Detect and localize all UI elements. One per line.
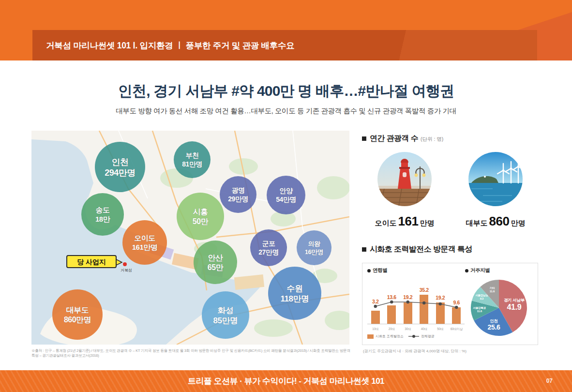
visitor-traits-heading: 시화호 조력발전소 방문객 특성	[362, 244, 472, 255]
map-bubble-송도: 송도18만	[81, 193, 124, 236]
bubble-value: 16만명	[305, 248, 323, 256]
pie-slice-value: 25.6	[488, 323, 501, 331]
bar-value-label: 3.2	[367, 299, 384, 304]
daebudo-number: 860	[489, 214, 510, 229]
map-bubble-군포: 군포27만명	[250, 229, 287, 266]
daebudo-turbines-illustration	[468, 152, 523, 206]
x-axis-label: 60대이상	[449, 327, 465, 332]
pie-slice-label: 서울강북권	[473, 306, 486, 310]
map-canvas: 인천294만명부천81만명광명29만명안양54만명송도18만시흥50만오이도16…	[31, 131, 349, 345]
bar-value-label: 19.2	[432, 295, 449, 301]
oido-number: 161	[398, 214, 419, 229]
dot-bullet-icon	[465, 269, 468, 272]
bubble-name: 시흥	[193, 208, 208, 216]
bar	[452, 307, 461, 324]
presentation-slide: 거북섬 마리나썬셋 101 Ⅰ. 입지환경 ㅣ 풍부한 주거 및 관광 배후수요…	[0, 0, 572, 392]
pie-chart-title: 거주지별	[465, 267, 533, 274]
bar-chart-legend: 시화호 조력발전소 전체평균	[367, 334, 465, 339]
age-bar-chart: 연령별 10대3.220대13.630대19.240대35.250대19.260…	[367, 267, 465, 342]
bar	[420, 295, 428, 324]
bubble-value: 860만명	[64, 316, 91, 324]
daebudo-name: 대부도	[466, 219, 488, 228]
bubble-name: 부천	[186, 151, 199, 159]
bar-value-label: 13.6	[384, 294, 400, 300]
bar	[436, 302, 445, 324]
daebudo-caption: 대부도 860 만명	[454, 214, 537, 229]
bar-column-30대: 30대19.2	[400, 276, 416, 333]
pie-slice-label: 서울강남권	[475, 294, 488, 297]
legend-line-icon	[408, 334, 419, 338]
bar-column-20대: 20대13.6	[384, 276, 400, 333]
daebudo-figure: 대부도 860 만명	[454, 152, 537, 229]
legend-item-line: 전체평균	[408, 334, 435, 339]
bubble-value: 294만명	[105, 168, 135, 178]
bubble-value: 29만명	[228, 195, 248, 203]
bubble-name: 의왕	[308, 240, 321, 247]
square-bullet-icon	[362, 136, 366, 141]
right-column: 연간 관광객 수 (단위 : 명)	[362, 134, 538, 361]
x-axis-label: 40대	[416, 327, 433, 332]
oido-figure: 오이도 161 만명	[363, 152, 446, 229]
bubble-name: 오이도	[134, 234, 155, 242]
bar	[387, 305, 396, 324]
bar-plot-area: 10대3.220대13.630대19.240대35.250대19.260대이상9…	[367, 276, 465, 333]
daebudo-photo	[468, 152, 523, 206]
annual-tourists-heading: 연간 관광객 수 (단위 : 명)	[362, 134, 443, 144]
annual-tourists-unit: (단위 : 명)	[421, 136, 443, 143]
map-bubble-부천: 부천81만명	[174, 141, 211, 178]
map-bubble-안산: 안산65만	[194, 241, 237, 284]
x-axis-label: 20대	[384, 327, 400, 332]
bubble-name: 광명	[232, 186, 245, 194]
pie-slice-value: 41.9	[507, 303, 521, 311]
legend-bars-label: 시화호 조력발전소	[376, 334, 404, 339]
bubble-name: 안산	[208, 254, 224, 262]
map-bubble-시흥: 시흥50만	[177, 193, 224, 240]
bubble-value: 118만명	[281, 294, 309, 303]
map-bubble-오이도: 오이도161만명	[122, 220, 167, 265]
bar	[371, 311, 380, 324]
bubble-name: 대부도	[66, 306, 89, 314]
visitor-charts-panel: 연령별 10대3.220대13.630대19.240대35.250대19.260…	[362, 263, 538, 345]
legend-line-label: 전체평균	[421, 334, 435, 339]
age-chart-title: 연령별	[367, 267, 465, 274]
bubble-name: 송도	[96, 206, 110, 214]
map-bubble-대부도: 대부도860만명	[52, 289, 103, 340]
site-point-name: 거북섬	[120, 268, 132, 272]
bubble-value: 50만	[193, 217, 209, 226]
bar-column-10대: 10대3.2	[367, 276, 384, 333]
bubble-value: 81만명	[182, 160, 202, 168]
bubble-name: 군포	[262, 240, 276, 247]
oido-caption: 오이도 161 만명	[363, 214, 446, 229]
legend-swatch-icon	[367, 334, 374, 339]
oido-lighthouse-illustration	[377, 152, 432, 206]
bar-value-label: 19.2	[400, 294, 416, 300]
map-bubble-화성: 화성85만명	[202, 291, 249, 339]
slide-header-title: 거북섬 마리나썬셋 101 Ⅰ. 입지환경 ㅣ 풍부한 주거 및 관광 배후수요	[46, 40, 294, 51]
oido-photo	[377, 152, 432, 206]
pie-canvas: 경기 서남부41.9인천25.6서울강북권11.6서울강남권9.3기타11.6	[467, 275, 531, 339]
footer-slogan: 트리플 오션뷰 · 뷰가 수익이다! - 거북섬 마리나썬셋 101	[0, 370, 572, 392]
map-bubble-광명: 광명29만명	[220, 176, 256, 213]
age-chart-title-text: 연령별	[373, 267, 387, 274]
map-bubble-안양: 안양54만명	[267, 176, 305, 214]
residence-pie-chart: 거주지별 경기 서남부41.9인천25.6서울강북권11.6서울강남권9.3기타…	[465, 267, 533, 342]
tourist-photos: 오이도 161 만명	[362, 152, 538, 229]
bar-value-label: 35.2	[416, 287, 433, 293]
bar-column-50대: 50대19.2	[432, 276, 449, 333]
pie-slice-label: 기타	[490, 286, 495, 290]
chart-footnote: (경기도 주요관광지 내 · 외래 관광객 4,000명 대상, 단위 : %)	[363, 348, 467, 354]
bubble-value: 85만명	[213, 316, 238, 325]
square-bullet-icon	[362, 247, 366, 252]
visitor-traits-heading-text: 시화호 조력발전소 방문객 특성	[370, 244, 472, 255]
map-bubble-의왕: 의왕16만명	[297, 230, 331, 265]
bar-column-60대이상: 60대이상9.6	[449, 276, 465, 333]
pie-chart-title-text: 거주지별	[470, 267, 490, 274]
header-bar: 거북섬 마리나썬셋 101 Ⅰ. 입지환경 ㅣ 풍부한 주거 및 관광 배후수요	[32, 30, 537, 60]
pie-slice-value: 11.6	[490, 290, 495, 293]
pie-slice-label: 인천	[490, 318, 497, 323]
site-label-text: 당 사업지	[77, 258, 106, 266]
x-axis-label: 30대	[400, 327, 416, 332]
daebudo-suffix: 만명	[511, 219, 525, 228]
dot-bullet-icon	[367, 269, 371, 272]
hero-section: 인천, 경기 서남부 #약 400만 명 배후…#반나절 여행권 대부도 방향 …	[0, 81, 572, 116]
